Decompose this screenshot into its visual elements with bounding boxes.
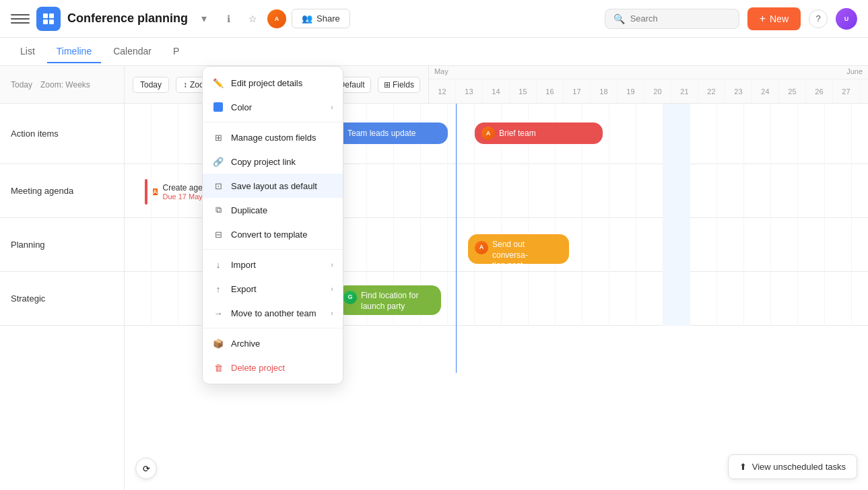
task-avatar-agenda: A (153, 188, 158, 195)
new-label: New (770, 13, 789, 24)
share-icon: 👥 (302, 13, 312, 24)
row-labels: Today Zoom: Weeks Action items Meeting a… (0, 66, 125, 490)
menu-delete-project[interactable]: 🗑 Delete project (203, 355, 343, 380)
convert-template-label: Convert to template (231, 230, 307, 240)
may-label: May (429, 66, 841, 79)
delete-label: Delete project (231, 363, 285, 373)
svg-rect-3 (49, 20, 54, 24)
action-items-label: Action items (11, 129, 59, 139)
row-label-strategic: Strategic (0, 272, 124, 326)
today-line (456, 104, 457, 373)
meeting-agenda-label: Meeting agenda (11, 186, 73, 196)
unscheduled-icon: ⬆ (739, 462, 747, 472)
strategic-label: Strategic (11, 293, 45, 304)
task-avatar-location: G (343, 291, 357, 304)
archive-label: Archive (231, 339, 260, 349)
task-bar-find-location[interactable]: G Find location forlaunch party (337, 285, 441, 315)
menu-archive[interactable]: 📦 Archive (203, 331, 343, 355)
help-button[interactable]: ? (809, 9, 828, 28)
edit-label: Edit project details (231, 78, 302, 88)
plus-icon: + (760, 13, 766, 25)
topbar-right: 🔍 + New ? U (605, 7, 857, 30)
import-label: Import (231, 260, 256, 270)
task-bar-send-out[interactable]: A Send out conversa-tion post (468, 234, 569, 264)
move-team-label: Move to another team (231, 308, 316, 318)
app-icon (36, 7, 61, 31)
svg-rect-2 (43, 20, 48, 24)
menu-export[interactable]: ↑ Export › (203, 277, 343, 301)
menu-convert-to-template[interactable]: ⊟ Convert to template (203, 222, 343, 246)
unscheduled-label: View unscheduled tasks (752, 462, 846, 472)
divider-2 (203, 249, 343, 250)
user-avatar[interactable]: U (836, 8, 857, 30)
menu-edit-project-details[interactable]: ✏️ Edit project details (203, 71, 343, 95)
planning-label: Planning (11, 240, 45, 250)
task-label-send: Send out conversa-tion post (492, 240, 562, 271)
new-button[interactable]: + New (747, 7, 801, 30)
june-label: June (841, 66, 868, 79)
search-bar[interactable]: 🔍 (605, 9, 739, 29)
archive-icon: 📦 (212, 337, 224, 349)
search-input[interactable] (630, 13, 725, 24)
today-btn[interactable]: Today (11, 80, 32, 90)
nav-tabs: List Timeline Calendar P (0, 38, 868, 66)
task-label-location: Find location forlaunch party (361, 291, 418, 312)
task-bar-brief-team[interactable]: A Brief team (475, 123, 603, 144)
tab-calendar[interactable]: Calendar (104, 40, 161, 63)
topbar-left: Conference planning ▾ ℹ ☆ A 👥 Share (11, 7, 598, 31)
task-create-agenda[interactable]: A Create age... Due 17 May (145, 179, 209, 205)
move-icon: → (212, 307, 224, 319)
dropdown-menu: ✏️ Edit project details Color › ⊞ Manage… (202, 66, 343, 384)
move-arrow: › (331, 309, 333, 317)
menu-duplicate[interactable]: ⧉ Duplicate (203, 198, 343, 222)
project-avatar: A (267, 9, 286, 28)
tab-more[interactable]: P (164, 40, 189, 63)
grid-icon: ⊞ (212, 131, 224, 143)
bottom-left-button[interactable]: ⟳ (135, 458, 157, 479)
info-icon[interactable]: ℹ (219, 9, 238, 28)
manage-custom-fields-label: Manage custom fields (231, 133, 316, 143)
label-header: Today Zoom: Weeks (0, 66, 124, 104)
task-avatar-send: A (475, 241, 488, 254)
task-avatar-brief-team: A (481, 127, 495, 140)
zoom-label: Zoom: Weeks (40, 80, 90, 90)
hamburger-menu[interactable] (11, 9, 30, 28)
export-label: Export (231, 284, 257, 294)
topbar: Conference planning ▾ ℹ ☆ A 👥 Share 🔍 + … (0, 0, 868, 38)
import-arrow: › (331, 260, 333, 269)
export-icon: ↑ (212, 283, 224, 295)
task-indicator-bar (145, 179, 147, 205)
menu-manage-custom-fields[interactable]: ⊞ Manage custom fields (203, 125, 343, 149)
menu-copy-project-link[interactable]: 🔗 Copy project link (203, 149, 343, 174)
link-icon: 🔗 (212, 155, 224, 168)
star-icon[interactable]: ☆ (243, 9, 262, 28)
search-icon: 🔍 (613, 13, 625, 24)
project-title: Conference planning (67, 11, 188, 26)
row-label-meeting-agenda: Meeting agenda (0, 164, 124, 218)
today-button[interactable]: Today (133, 77, 169, 93)
task-label-brief-team: Brief team (499, 129, 536, 138)
copy-project-link-label: Copy project link (231, 157, 296, 167)
fields-button[interactable]: ⊞ Fields (378, 77, 420, 93)
import-icon: ↓ (212, 258, 224, 271)
month-row: May June (429, 66, 868, 79)
layout-icon: ⊡ (212, 180, 224, 192)
menu-save-layout[interactable]: ⊡ Save layout as default (203, 174, 343, 198)
menu-import[interactable]: ↓ Import › (203, 252, 343, 277)
row-label-planning: Planning (0, 218, 124, 272)
menu-move-team[interactable]: → Move to another team › (203, 301, 343, 325)
dropdown-arrow[interactable]: ▾ (195, 9, 213, 28)
view-unscheduled-button[interactable]: ⬆ View unscheduled tasks (728, 454, 857, 479)
row-label-action-items: Action items (0, 104, 124, 164)
color-icon (212, 101, 224, 113)
duplicate-label: Duplicate (231, 205, 267, 215)
template-icon: ⊟ (212, 228, 224, 240)
menu-color[interactable]: Color › (203, 95, 343, 119)
tab-timeline[interactable]: Timeline (47, 40, 101, 63)
share-button[interactable]: 👥 Share (292, 9, 350, 28)
tab-list[interactable]: List (11, 40, 44, 63)
edit-icon: ✏️ (212, 77, 224, 89)
color-arrow: › (331, 103, 333, 111)
duplicate-icon: ⧉ (212, 204, 224, 216)
save-layout-label: Save layout as default (231, 181, 317, 191)
